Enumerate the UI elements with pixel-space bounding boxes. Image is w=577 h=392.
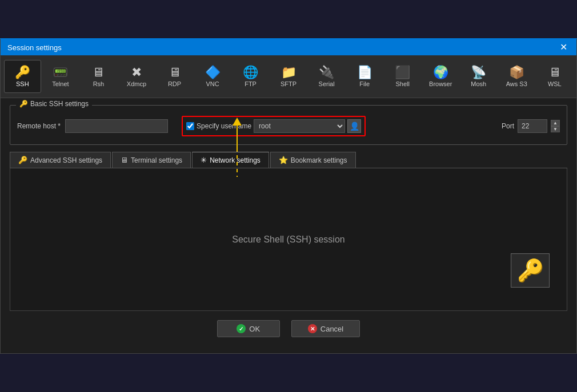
rdp-label: RDP: [168, 80, 181, 87]
key-large-icon: 🔑: [517, 258, 544, 283]
network-icon: ✳: [201, 156, 207, 164]
sftp-label: SFTP: [281, 80, 296, 87]
tab-panel: Secure Shell (SSH) session: [209, 212, 367, 268]
xdmcp-icon: ✖: [131, 66, 142, 79]
ssh-label: SSH: [16, 80, 29, 87]
tab-advanced-ssh[interactable]: 🔑 Advanced SSH settings: [10, 152, 111, 168]
ok-icon: ✓: [237, 324, 246, 333]
file-icon: 📄: [357, 66, 372, 79]
username-select[interactable]: root: [254, 119, 345, 133]
tab-terminal[interactable]: 🖥 Terminal settings: [112, 152, 191, 168]
file-label: File: [359, 80, 370, 87]
awss3-label: Aws S3: [506, 80, 527, 87]
ok-button[interactable]: ✓ OK: [217, 320, 280, 337]
advanced-ssh-icon: 🔑: [18, 156, 27, 164]
tabs-row: 🔑 Advanced SSH settings 🖥 Terminal setti…: [10, 152, 567, 168]
protocol-ftp[interactable]: 🌐 FTP: [232, 60, 269, 93]
shell-icon: ⬛: [395, 66, 410, 79]
protocol-wsl[interactable]: 🖥 WSL: [536, 60, 574, 93]
browser-label: Browser: [429, 80, 452, 87]
telnet-icon: 📟: [53, 66, 68, 79]
protocol-shell[interactable]: ⬛ Shell: [384, 60, 421, 93]
protocol-telnet[interactable]: 📟 Telnet: [42, 60, 79, 93]
tabs-section: 🔑 Advanced SSH settings 🖥 Terminal setti…: [10, 152, 567, 311]
port-increment-button[interactable]: ▲: [551, 120, 560, 126]
session-description: Secure Shell (SSH) session: [232, 235, 344, 245]
remote-host-input[interactable]: [65, 119, 168, 133]
wsl-label: WSL: [548, 80, 562, 87]
protocol-vnc[interactable]: 🔷 VNC: [194, 60, 231, 93]
shell-label: Shell: [395, 80, 409, 87]
bookmark-icon: ⭐: [279, 156, 288, 164]
vnc-label: VNC: [206, 80, 219, 87]
rsh-label: Rsh: [93, 80, 105, 87]
session-settings-dialog: Session settings ✕ 🔑 SSH 📟 Telnet 🖥 Rsh …: [0, 38, 577, 354]
tab-content-panel: Secure Shell (SSH) session 🔑: [10, 168, 567, 311]
add-user-button[interactable]: 👤: [347, 119, 361, 133]
port-decrement-button[interactable]: ▼: [551, 126, 560, 132]
host-row: Remote host * Specify username root 👤 Po…: [17, 116, 560, 136]
protocol-awss3[interactable]: 📦 Aws S3: [498, 60, 535, 93]
tab-network[interactable]: ✳ Network settings: [192, 152, 269, 168]
basic-settings-icon: 🔑: [19, 100, 28, 108]
mosh-label: Mosh: [471, 80, 486, 87]
arrow-solid: [237, 126, 238, 148]
username-group: Specify username root 👤: [182, 116, 366, 136]
arrow-annotation: [233, 118, 242, 177]
close-button[interactable]: ✕: [558, 43, 570, 52]
protocol-ssh[interactable]: 🔑 SSH: [4, 60, 41, 93]
specify-username-checkbox[interactable]: [186, 122, 194, 130]
protocol-rdp[interactable]: 🖥 RDP: [156, 60, 193, 93]
browser-icon: 🌍: [433, 66, 448, 79]
port-group: Port ▲ ▼: [502, 119, 560, 133]
main-content: 🔑 Basic SSH settings Remote host * Speci…: [1, 98, 576, 353]
ftp-icon: 🌐: [243, 66, 258, 79]
protocol-file[interactable]: 📄 File: [346, 60, 383, 93]
protocol-browser[interactable]: 🌍 Browser: [422, 60, 459, 93]
wsl-icon: 🖥: [548, 66, 561, 79]
rdp-icon: 🖥: [169, 66, 181, 79]
protocol-serial[interactable]: 🔌 Serial: [308, 60, 345, 93]
cancel-button[interactable]: ✕ Cancel: [291, 320, 360, 337]
key-icon-box: 🔑: [511, 253, 550, 288]
arrow-dashed: [237, 148, 238, 177]
xdmcp-label: Xdmcp: [127, 80, 146, 87]
protocol-xdmcp[interactable]: ✖ Xdmcp: [118, 60, 155, 93]
ssh-icon: 🔑: [15, 66, 30, 79]
title-bar: Session settings ✕: [1, 39, 576, 55]
mosh-icon: 📡: [471, 66, 486, 79]
awss3-icon: 📦: [509, 66, 524, 79]
rsh-icon: 🖥: [92, 66, 105, 79]
tab-bookmark[interactable]: ⭐ Bookmark settings: [270, 152, 356, 168]
serial-label: Serial: [319, 80, 335, 87]
basic-settings-label: 🔑 Basic SSH settings: [16, 100, 92, 108]
protocol-rsh[interactable]: 🖥 Rsh: [80, 60, 117, 93]
remote-host-label: Remote host *: [17, 122, 61, 130]
protocol-bar: 🔑 SSH 📟 Telnet 🖥 Rsh ✖ Xdmcp 🖥 RDP 🔷 VNC…: [1, 55, 576, 98]
cancel-icon: ✕: [308, 324, 317, 333]
vnc-icon: 🔷: [205, 66, 221, 79]
terminal-icon: 🖥: [121, 156, 128, 164]
dialog-title: Session settings: [7, 43, 62, 52]
footer-row: ✓ OK ✕ Cancel: [10, 311, 567, 346]
basic-settings-section: 🔑 Basic SSH settings Remote host * Speci…: [10, 105, 567, 145]
protocol-sftp[interactable]: 📁 SFTP: [270, 60, 307, 93]
telnet-label: Telnet: [52, 80, 69, 87]
port-label: Port: [502, 122, 514, 130]
sftp-icon: 📁: [281, 66, 296, 79]
port-input[interactable]: [518, 119, 547, 133]
ftp-label: FTP: [245, 80, 257, 87]
serial-icon: 🔌: [319, 66, 334, 79]
protocol-mosh[interactable]: 📡 Mosh: [460, 60, 497, 93]
port-spinners: ▲ ▼: [551, 120, 560, 132]
arrow-head: [233, 118, 242, 126]
